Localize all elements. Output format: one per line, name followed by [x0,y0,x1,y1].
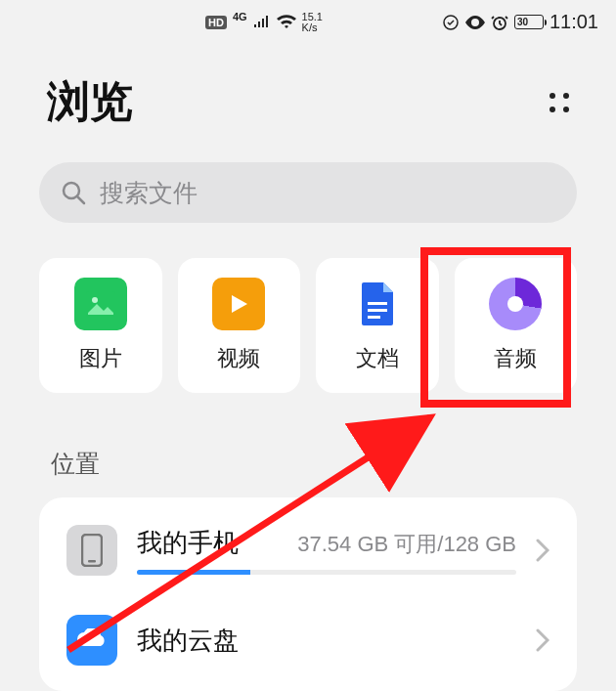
search-icon [61,180,86,205]
svg-rect-6 [368,302,387,305]
page-title: 浏览 [47,73,133,131]
storage-card: 我的手机 37.54 GB 可用/128 GB 我的云盘 [39,497,577,691]
category-label: 图片 [79,344,122,373]
svg-rect-7 [368,309,387,312]
category-label: 视频 [217,344,260,373]
storage-phone-detail: 37.54 GB 可用/128 GB [297,530,516,559]
alarm-icon [491,14,508,31]
phone-icon [66,525,117,576]
storage-phone-label: 我的手机 [137,526,239,560]
net-speed-unit: K/s [302,22,323,33]
sync-icon [442,14,460,31]
category-label: 文档 [356,344,399,373]
svg-line-3 [77,196,84,203]
svg-rect-8 [368,316,380,319]
storage-progress [137,570,516,575]
category-label: 音频 [494,344,537,373]
storage-cloud-label: 我的云盘 [137,624,516,658]
category-images[interactable]: 图片 [39,258,162,393]
svg-point-5 [92,297,98,303]
music-icon [489,278,542,330]
video-icon [212,278,265,330]
clock-time: 11:01 [550,11,598,33]
net-speed-value: 15.1 [302,12,323,22]
storage-cloud-row[interactable]: 我的云盘 [63,595,553,669]
category-docs[interactable]: 文档 [316,258,439,393]
signal-icon [253,16,271,29]
network-4g-label: 4G [233,11,247,22]
status-bar: HD 4G 15.1 K/s 30 11:01 [0,0,616,44]
battery-pct: 30 [517,18,528,27]
category-video[interactable]: 视频 [178,258,301,393]
chevron-right-icon [536,628,550,652]
storage-phone-row[interactable]: 我的手机 37.54 GB 可用/128 GB [63,505,553,595]
section-title-location: 位置 [0,393,616,497]
page-header: 浏览 [0,44,616,151]
battery-icon: 30 [514,15,544,29]
hd-icon: HD [205,16,227,29]
document-icon [351,278,404,330]
category-row: 图片 视频 文档 音频 [0,223,616,393]
status-right: 30 11:01 [442,11,598,33]
search-input[interactable]: 搜索文件 [39,162,577,223]
cloud-icon [66,615,117,666]
wifi-icon [277,15,296,29]
category-audio[interactable]: 音频 [455,258,578,393]
image-icon [74,278,127,330]
net-speed: 15.1 K/s [302,12,323,33]
svg-rect-11 [88,560,96,563]
status-left: HD 4G 15.1 K/s [0,12,442,33]
search-placeholder: 搜索文件 [100,177,198,209]
chevron-right-icon [536,539,550,562]
eye-icon [465,16,485,29]
more-menu-button[interactable] [542,85,577,120]
